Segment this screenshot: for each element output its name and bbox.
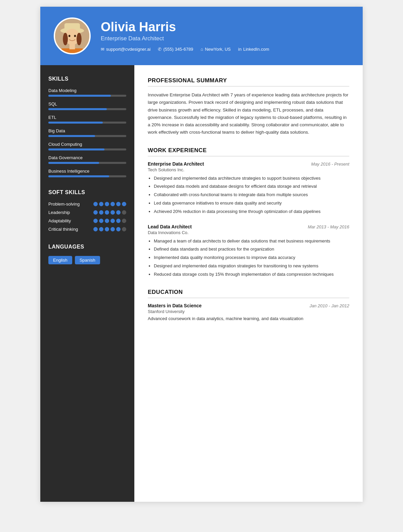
job-bullet: Defined data standards and best practice…	[154, 246, 349, 253]
skill-dot	[116, 210, 121, 215]
contact-linkedin: inLinkedIn.com	[238, 47, 269, 52]
language-tags: EnglishSpanish	[48, 256, 126, 264]
skill-dot	[116, 227, 121, 231]
skill-bar-bg	[48, 95, 126, 97]
job-bullets: Designed and implemented data architectu…	[148, 175, 349, 215]
soft-skill-item: Adaptability	[48, 218, 126, 223]
contact-text: support@cvdesigner.ai	[106, 47, 150, 52]
soft-skill-name: Leadership	[48, 210, 70, 215]
soft-skill-name: Adaptability	[48, 218, 71, 223]
resume-header: Olivia Harris Enterprise Data Architect …	[40, 7, 363, 65]
skill-dot	[110, 227, 115, 231]
job-bullet: Managed a team of data architects to del…	[154, 238, 349, 245]
edu-dates: Jan 2010 - Jan 2012	[309, 303, 349, 308]
main-content: PROFESSIONAL SUMMARY Innovative Enterpri…	[134, 65, 363, 502]
skill-dot	[110, 202, 115, 206]
skill-bar-fill	[48, 148, 104, 150]
sidebar: SKILLS Data Modeling SQL ETL Big Data Cl…	[40, 65, 134, 502]
skill-bar-bg	[48, 162, 126, 164]
soft-skill-item: Leadership	[48, 210, 126, 215]
skill-item: SQL	[48, 101, 126, 110]
soft-skill-name: Problem-solving	[48, 202, 80, 207]
skill-dot	[99, 210, 103, 215]
skill-dot	[116, 202, 121, 206]
job-bullet: Developed data models and database desig…	[154, 183, 349, 190]
job-bullet: Designed and implemented data migration …	[154, 263, 349, 270]
skill-dot	[93, 219, 98, 223]
languages-title: LANGUAGES	[48, 244, 126, 250]
skill-name: Cloud Computing	[48, 142, 126, 147]
skill-name: Big Data	[48, 128, 126, 133]
contact-phone: ✆(555) 345-6789	[158, 47, 193, 52]
education-title: EDUCATION	[148, 289, 349, 298]
candidate-title: Enterprise Data Architect	[101, 35, 349, 42]
skill-dot	[93, 227, 98, 231]
linkedin-icon: in	[238, 47, 241, 52]
candidate-name: Olivia Harris	[101, 20, 349, 34]
svg-point-7	[74, 35, 76, 37]
skill-dot	[105, 227, 109, 231]
skill-dot	[122, 210, 126, 215]
skill-dot	[122, 227, 126, 231]
skill-name: Business Intelligence	[48, 169, 126, 174]
summary-section: PROFESSIONAL SUMMARY Innovative Enterpri…	[148, 77, 349, 136]
summary-title: PROFESSIONAL SUMMARY	[148, 77, 349, 87]
resume-body: SKILLS Data Modeling SQL ETL Big Data Cl…	[40, 65, 363, 502]
avatar	[54, 17, 91, 54]
soft-skills-list: Problem-solvingLeadershipAdaptabilityCri…	[48, 202, 126, 232]
soft-skills-section: SOFT SKILLS Problem-solvingLeadershipAda…	[48, 189, 126, 232]
skills-title: SKILLS	[48, 76, 126, 82]
edu-degree: Masters in Data Science	[148, 303, 202, 308]
contact-list: ✉support@cvdesigner.ai✆(555) 345-6789⌂Ne…	[101, 47, 349, 52]
skill-dot	[99, 227, 103, 231]
skill-item: Data Modeling	[48, 88, 126, 97]
job-title: Lead Data Architect	[148, 224, 192, 229]
summary-text: Innovative Enterprise Data Architect wit…	[148, 91, 349, 136]
job-bullets: Managed a team of data architects to del…	[148, 238, 349, 278]
soft-skill-item: Problem-solving	[48, 202, 126, 207]
work-section: WORK EXPERIENCE Enterprise Data Architec…	[148, 147, 349, 278]
job-bullet: Implemented data quality monitoring proc…	[154, 254, 349, 261]
location-icon: ⌂	[200, 47, 203, 52]
job-dates: May 2016 - Present	[311, 162, 349, 167]
job-company: Data Innovations Co.	[148, 230, 349, 235]
skill-dot	[93, 202, 98, 206]
resume-container: Olivia Harris Enterprise Data Architect …	[40, 7, 363, 502]
job-title: Enterprise Data Architect	[148, 161, 204, 167]
skill-item: Cloud Computing	[48, 142, 126, 150]
skill-dot	[99, 219, 103, 223]
language-tag: Spanish	[75, 256, 100, 264]
education-list: Masters in Data Science Jan 2010 - Jan 2…	[148, 303, 349, 322]
skill-dot	[105, 210, 109, 215]
jobs-list: Enterprise Data Architect May 2016 - Pre…	[148, 161, 349, 278]
language-tag: English	[48, 256, 72, 264]
skill-bar-fill	[48, 135, 95, 137]
skill-name: SQL	[48, 101, 126, 106]
skill-dot	[99, 202, 103, 206]
soft-skill-name: Critical thinking	[48, 227, 78, 232]
job-bullet: Collaborated with cross-functional teams…	[154, 191, 349, 198]
skill-dot	[93, 210, 98, 215]
skill-bar-bg	[48, 108, 126, 110]
skill-name: Data Governance	[48, 155, 126, 160]
job-bullet: Designed and implemented data architectu…	[154, 175, 349, 182]
skill-dot	[110, 210, 115, 215]
contact-location: ⌂NewYork, US	[200, 47, 231, 52]
contact-text: LinkedIn.com	[243, 47, 269, 52]
skill-bar-fill	[48, 175, 109, 177]
svg-point-4	[63, 33, 68, 45]
skill-dots	[93, 227, 126, 231]
skill-dots	[93, 210, 126, 215]
svg-rect-9	[70, 44, 75, 49]
skill-item: Business Intelligence	[48, 169, 126, 177]
skill-dot	[110, 219, 115, 223]
edu-header: Masters in Data Science Jan 2010 - Jan 2…	[148, 303, 349, 308]
skill-dot	[116, 219, 121, 223]
job-bullet: Achieved 20% reduction in data processin…	[154, 208, 349, 215]
languages-section: LANGUAGES EnglishSpanish	[48, 244, 126, 264]
job-bullet: Reduced data storage costs by 15% throug…	[154, 271, 349, 278]
skill-dot	[105, 202, 109, 206]
edu-school: Stanford University	[148, 309, 349, 314]
job-company: Tech Solutions Inc.	[148, 167, 349, 172]
education-section: EDUCATION Masters in Data Science Jan 20…	[148, 289, 349, 322]
